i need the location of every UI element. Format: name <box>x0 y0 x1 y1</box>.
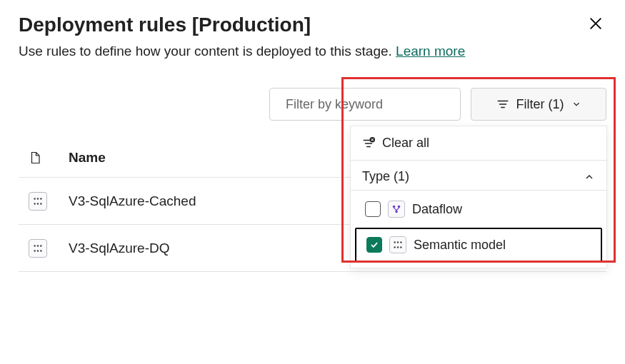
row-type-icon <box>29 239 69 258</box>
svg-point-4 <box>34 203 35 204</box>
filter-option-label: Dataflow <box>412 202 462 217</box>
dialog-title: Deployment rules [Production] <box>19 14 311 36</box>
svg-point-2 <box>37 198 39 199</box>
svg-point-12 <box>40 250 41 251</box>
search-input-wrap[interactable] <box>269 88 461 121</box>
svg-point-8 <box>37 245 39 246</box>
svg-point-19 <box>400 241 401 243</box>
filter-group-label: Type (1) <box>362 169 409 184</box>
filter-icon <box>496 98 509 111</box>
svg-point-14 <box>393 206 396 208</box>
file-icon <box>29 150 41 166</box>
svg-point-21 <box>397 246 399 248</box>
svg-point-22 <box>400 246 401 248</box>
svg-point-15 <box>398 206 401 208</box>
filter-option-label: Semantic model <box>414 238 506 253</box>
filter-option-dataflow[interactable]: Dataflow <box>355 193 602 225</box>
toolbar: Filter (1) <box>19 88 606 121</box>
svg-point-17 <box>394 241 395 243</box>
svg-point-11 <box>37 250 39 251</box>
svg-point-5 <box>37 203 39 204</box>
dialog-subtitle: Use rules to define how your content is … <box>19 44 606 59</box>
svg-point-3 <box>40 198 41 199</box>
checkbox-checked[interactable] <box>366 237 382 253</box>
semantic-model-icon <box>29 239 47 258</box>
svg-point-16 <box>395 211 398 213</box>
clear-all-label: Clear all <box>382 136 429 151</box>
filter-button[interactable]: Filter (1) <box>471 88 606 121</box>
header-type-icon <box>29 150 69 166</box>
clear-filter-icon <box>362 137 375 150</box>
checkbox-unchecked[interactable] <box>365 201 381 217</box>
filter-group-header[interactable]: Type (1) <box>351 161 606 191</box>
search-input[interactable] <box>284 96 453 113</box>
filter-popover: Clear all Type (1) Dataflow Semantic mod… <box>350 126 607 268</box>
learn-more-link[interactable]: Learn more <box>396 44 465 59</box>
svg-point-1 <box>34 198 35 199</box>
filter-button-label: Filter (1) <box>516 97 564 112</box>
svg-point-6 <box>40 203 41 204</box>
deployment-rules-dialog: Deployment rules [Production] Use rules … <box>0 0 625 364</box>
clear-all-button[interactable]: Clear all <box>351 126 606 161</box>
dataflow-icon <box>388 201 405 218</box>
svg-point-9 <box>40 245 41 246</box>
filter-option-semantic-model[interactable]: Semantic model <box>355 228 602 262</box>
row-type-icon <box>29 192 69 211</box>
svg-point-20 <box>394 246 395 248</box>
chevron-up-icon <box>584 171 595 183</box>
subtitle-text: Use rules to define how your content is … <box>19 44 396 59</box>
chevron-down-icon <box>571 99 581 109</box>
svg-point-18 <box>397 241 399 243</box>
close-button[interactable] <box>585 13 606 36</box>
semantic-model-icon <box>389 236 406 253</box>
svg-point-7 <box>34 245 35 246</box>
semantic-model-icon <box>29 192 47 211</box>
svg-point-10 <box>34 250 35 251</box>
close-icon <box>588 16 604 31</box>
